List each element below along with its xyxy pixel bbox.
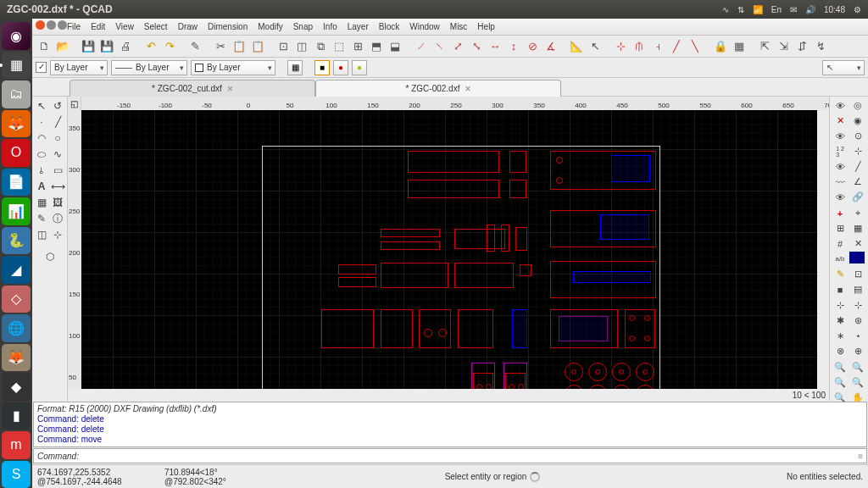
snap5-icon[interactable]: ╲ <box>687 38 704 55</box>
r-grid-icon[interactable]: ⊞ <box>832 221 849 236</box>
r-m6-icon[interactable]: ⋆ <box>849 329 866 343</box>
menu-misc[interactable]: Misc <box>445 20 473 33</box>
r-pen-icon[interactable]: ✎ <box>832 267 849 281</box>
r-x-icon[interactable]: ✕ <box>832 114 849 128</box>
ruler-corner[interactable]: ◱ <box>68 97 81 110</box>
r-plus-icon[interactable]: + <box>832 206 849 220</box>
r-eye2-icon[interactable]: 👁 <box>832 129 849 143</box>
r-format-icon[interactable]: ⊡ <box>849 267 866 281</box>
r-color-icon[interactable] <box>849 252 865 263</box>
layer-btn1[interactable]: ▦ <box>287 60 303 75</box>
menu-edit[interactable]: Edit <box>86 20 110 33</box>
launcher-earth[interactable]: 🌐 <box>2 314 31 342</box>
tool-info-icon[interactable]: ⓘ <box>50 211 65 226</box>
dim3-icon[interactable]: ⤢ <box>449 38 466 55</box>
messages-icon[interactable]: ✉ <box>790 5 797 14</box>
zoom-sel-icon[interactable]: 🔍 <box>849 375 866 390</box>
dim2-icon[interactable]: ⟍ <box>431 38 448 55</box>
network-icon[interactable]: 📶 <box>753 5 763 14</box>
dim1-icon[interactable]: ⟋ <box>412 38 429 55</box>
menu-modify[interactable]: Modify <box>253 20 287 33</box>
r-abc-icon[interactable]: a/b <box>832 252 849 266</box>
volume-icon[interactable]: 🔊 <box>805 5 815 14</box>
menu-info[interactable]: Info <box>318 20 342 33</box>
tool1-icon[interactable]: ⊡ <box>275 38 292 55</box>
tool-ref-icon[interactable]: ◫ <box>34 227 49 242</box>
r-globe-icon[interactable]: ◉ <box>849 114 866 128</box>
tool-hatch-icon[interactable]: ▦ <box>34 195 49 210</box>
tool2-icon[interactable]: ◫ <box>293 38 310 55</box>
cloud-icon[interactable]: ⇅ <box>737 5 744 14</box>
steam-icon[interactable]: ∿ <box>722 5 729 14</box>
tool-circle-icon[interactable]: ○ <box>50 130 65 146</box>
r-eye3-icon[interactable]: 👁 <box>832 159 849 174</box>
r-m4-icon[interactable]: ⊛ <box>849 313 866 328</box>
dim4-icon[interactable]: ⤡ <box>468 38 485 55</box>
launcher-qcad[interactable]: ▦ <box>2 52 31 80</box>
lock-icon[interactable]: 🔒 <box>712 38 729 55</box>
r-circ-icon[interactable]: ⊙ <box>849 129 866 143</box>
save-icon[interactable]: 💾 <box>80 38 97 55</box>
explode2-icon[interactable]: ⇲ <box>775 38 792 55</box>
command-clear-icon[interactable]: ≡ <box>858 452 863 461</box>
right-combo[interactable]: ↖ <box>822 60 865 75</box>
grid-icon[interactable]: ▦ <box>731 38 748 55</box>
launcher-app1[interactable]: ◇ <box>2 286 31 313</box>
r-sq-icon[interactable]: ■ <box>832 282 849 297</box>
explode4-icon[interactable]: ↯ <box>812 38 829 55</box>
launcher-opera[interactable]: O <box>2 139 31 167</box>
tool3-icon[interactable]: ⧉ <box>312 38 329 55</box>
tool-reset-icon[interactable]: ↺ <box>50 98 65 114</box>
pointer-icon[interactable]: ↖ <box>587 38 604 55</box>
new-icon[interactable]: 🗋 <box>36 38 53 55</box>
cut-icon[interactable]: ✂ <box>212 38 229 55</box>
menu-dimension[interactable]: Dimension <box>203 20 253 33</box>
r-m7-icon[interactable]: ⊗ <box>832 344 849 358</box>
tool-pointer-icon[interactable]: ↖ <box>34 98 49 114</box>
r-layers-icon[interactable]: ▤ <box>849 282 866 297</box>
horizontal-scrollbar[interactable]: 10 < 100 <box>68 389 829 401</box>
dash-button[interactable]: ◉ <box>2 22 31 50</box>
menu-view[interactable]: View <box>110 20 139 33</box>
menu-help[interactable]: Help <box>472 20 500 33</box>
dim8-icon[interactable]: ∡ <box>542 38 559 55</box>
launcher-terminal[interactable]: ▮ <box>2 402 31 430</box>
r-line-icon[interactable]: ╱ <box>849 159 866 174</box>
tool6-icon[interactable]: ⬒ <box>368 38 385 55</box>
language-indicator[interactable]: En <box>771 5 782 14</box>
r-link-icon[interactable]: 🔗 <box>849 190 866 204</box>
tool-spline-icon[interactable]: ∿ <box>50 147 65 162</box>
r-123-icon[interactable]: 1 23 <box>832 144 849 158</box>
launcher-writer[interactable]: 📄 <box>2 169 31 197</box>
r-target-icon[interactable]: ◎ <box>849 98 866 113</box>
edit-icon[interactable]: ✎ <box>186 38 203 55</box>
tool5-icon[interactable]: ⊞ <box>349 38 366 55</box>
paste-icon[interactable]: 📋 <box>249 38 266 55</box>
close-icon[interactable]: × <box>227 83 233 95</box>
tool-image-icon[interactable]: 🖼 <box>50 195 65 210</box>
tool7-icon[interactable]: ⬓ <box>387 38 403 55</box>
launcher-python[interactable]: 🐍 <box>2 227 31 255</box>
r-eye4-icon[interactable]: 👁 <box>832 190 849 204</box>
r-snap-icon[interactable]: ⊹ <box>849 144 866 158</box>
r-m2-icon[interactable]: ⊹ <box>849 298 866 313</box>
close-icon[interactable]: × <box>465 83 470 95</box>
maximize-button[interactable] <box>58 20 67 30</box>
snap4-icon[interactable]: ╱ <box>668 38 685 55</box>
r-angle-icon[interactable]: ∠ <box>849 175 866 189</box>
tool-polyline-icon[interactable]: ⫰ <box>34 163 49 178</box>
tool-text-icon[interactable]: A <box>34 179 49 194</box>
launcher-firefox[interactable]: 🦊 <box>2 110 31 138</box>
tool-dim-icon[interactable]: ⟷ <box>50 179 65 194</box>
zoom-out-icon[interactable]: 🔍 <box>849 360 866 374</box>
layer-btn4[interactable]: ● <box>352 60 367 75</box>
menu-select[interactable]: Select <box>139 20 173 33</box>
layer-btn3[interactable]: ● <box>333 60 348 75</box>
tool-snap-icon[interactable]: ⊹ <box>50 227 65 242</box>
dim5-icon[interactable]: ↔ <box>487 38 504 55</box>
color-combo[interactable]: By Layer <box>191 60 275 75</box>
open-icon[interactable]: 📂 <box>54 38 71 55</box>
tool-rect-icon[interactable]: ▭ <box>50 163 65 178</box>
r-m8-icon[interactable]: ⊕ <box>849 344 866 358</box>
r-m3-icon[interactable]: ✱ <box>832 313 849 328</box>
